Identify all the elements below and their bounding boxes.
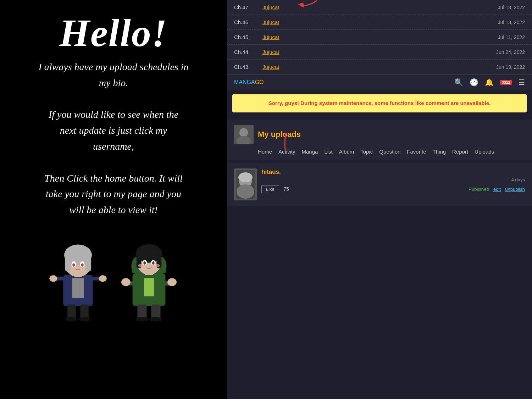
profile-header: My uploads bbox=[234, 125, 525, 144]
edit-link[interactable]: edit bbox=[493, 187, 501, 192]
like-count: 75 bbox=[283, 186, 289, 192]
chapter-row[interactable]: Ch.46 Jujucat Jul 13, 2022 bbox=[227, 15, 532, 30]
profile-avatar bbox=[234, 125, 254, 144]
chapter-number: Ch.43 bbox=[234, 64, 262, 70]
nav-uploads[interactable]: Uploads bbox=[475, 149, 494, 155]
svg-point-10 bbox=[81, 263, 83, 266]
menu-icon[interactable]: ☰ bbox=[519, 78, 525, 87]
svg-point-34 bbox=[121, 278, 131, 286]
svg-point-35 bbox=[167, 278, 177, 286]
svg-rect-20 bbox=[144, 278, 154, 296]
notification-icon[interactable]: 🔔 bbox=[485, 78, 494, 87]
post-status: Published bbox=[469, 187, 489, 192]
svg-point-30 bbox=[138, 264, 143, 267]
characters-container bbox=[14, 229, 213, 321]
character-2 bbox=[117, 229, 181, 321]
chapter-number: Ch.47 bbox=[234, 4, 262, 10]
post-username[interactable]: hitaus. bbox=[261, 168, 525, 176]
nav-thing[interactable]: Thing bbox=[433, 149, 446, 155]
svg-point-29 bbox=[152, 261, 154, 265]
chapter-uploader[interactable]: Jujucat bbox=[262, 19, 498, 25]
left-panel: Hello! I always have my upload schedules… bbox=[0, 0, 227, 399]
search-icon[interactable]: 🔍 bbox=[454, 78, 463, 87]
chapter-number: Ch.46 bbox=[234, 19, 262, 25]
chapter-row[interactable]: Ch.44 Jujucat Jun 24, 2022 bbox=[227, 45, 532, 60]
right-panel: Ch.47 Jujucat Jul 13, 2022 Ch.46 Jujucat… bbox=[227, 0, 532, 399]
upload-post: hitaus. 4 days Like 75 Published edit un… bbox=[227, 163, 532, 206]
profile-username[interactable]: My uploads bbox=[258, 130, 301, 139]
nav-question[interactable]: Question bbox=[379, 149, 400, 155]
chapter-date: Jul 13, 2022 bbox=[498, 5, 525, 10]
nav-list[interactable]: List bbox=[324, 149, 332, 155]
svg-point-48 bbox=[237, 184, 254, 199]
logo-go: GO bbox=[255, 79, 264, 85]
chapter-uploader[interactable]: Jujucat bbox=[262, 34, 498, 40]
svg-point-13 bbox=[49, 275, 57, 282]
nav-topic[interactable]: Topic bbox=[360, 149, 373, 155]
chapter-number: Ch.45 bbox=[234, 34, 262, 40]
unpublish-link[interactable]: unpublish bbox=[505, 187, 525, 192]
site-logo[interactable]: MANGAGO bbox=[234, 79, 264, 85]
svg-point-31 bbox=[155, 264, 160, 267]
main-title: Hello! bbox=[59, 11, 167, 56]
history-icon[interactable]: 🕐 bbox=[470, 78, 478, 87]
svg-rect-6 bbox=[85, 255, 91, 271]
nav-manga[interactable]: Manga bbox=[302, 149, 318, 155]
svg-point-9 bbox=[72, 263, 75, 266]
chapter-row[interactable]: Ch.43 Jujucat Jun 19, 2022 bbox=[227, 60, 532, 74]
chapter-uploader[interactable]: Jujucat bbox=[262, 49, 496, 55]
nav-home[interactable]: Home bbox=[258, 149, 272, 155]
instruction-text: I always have my upload schedules inmy b… bbox=[38, 59, 188, 218]
nav-activity[interactable]: Activity bbox=[278, 149, 295, 155]
svg-rect-5 bbox=[65, 255, 71, 271]
post-avatar bbox=[234, 168, 257, 200]
chapter-uploader[interactable]: Jujucat bbox=[262, 4, 498, 10]
post-header: hitaus. 4 days Like 75 Published edit un… bbox=[234, 168, 525, 200]
chapter-date: Jul 11, 2022 bbox=[498, 34, 525, 40]
chapter-date: Jun 19, 2022 bbox=[496, 64, 525, 70]
profile-nav: Home Activity Manga List Album Topic Que… bbox=[258, 149, 525, 155]
site-header: MANGAGO 🔍 🕐 🔔 3312 ☰ bbox=[227, 74, 532, 90]
post-time: 4 days bbox=[261, 177, 525, 182]
chapter-row[interactable]: Ch.45 Jujucat Jul 11, 2022 bbox=[227, 30, 532, 45]
chapter-date: Jun 24, 2022 bbox=[496, 49, 525, 55]
chapter-row[interactable]: Ch.47 Jujucat Jul 13, 2022 bbox=[227, 0, 532, 15]
nav-favorite[interactable]: Favorite bbox=[407, 149, 426, 155]
post-actions: Like 75 Published edit unpublish bbox=[261, 185, 525, 193]
character-1 bbox=[46, 229, 110, 321]
like-button[interactable]: Like bbox=[261, 185, 279, 193]
post-avatar-image bbox=[234, 168, 257, 200]
avatar-image bbox=[234, 125, 254, 144]
svg-point-14 bbox=[99, 275, 107, 282]
chapter-number: Ch.44 bbox=[234, 49, 262, 55]
svg-point-28 bbox=[143, 261, 146, 265]
logo-manga: MANGA bbox=[234, 79, 255, 85]
header-icons: 🔍 🕐 🔔 3312 ☰ bbox=[454, 78, 525, 87]
chapter-date: Jul 13, 2022 bbox=[498, 20, 525, 25]
post-body: hitaus. 4 days Like 75 Published edit un… bbox=[261, 168, 525, 193]
chapter-list: Ch.47 Jujucat Jul 13, 2022 Ch.46 Jujucat… bbox=[227, 0, 532, 74]
nav-album[interactable]: Album bbox=[339, 149, 354, 155]
nav-report[interactable]: Report bbox=[452, 149, 468, 155]
maintenance-banner: Sorry, guys! During system maintenance, … bbox=[232, 94, 527, 112]
notification-badge: 3312 bbox=[500, 80, 512, 85]
svg-point-49 bbox=[238, 172, 253, 182]
svg-rect-1 bbox=[72, 278, 84, 298]
profile-section: My uploads Home Activity Manga List Albu… bbox=[227, 120, 532, 160]
chapter-uploader[interactable]: Jujucat bbox=[262, 64, 496, 70]
